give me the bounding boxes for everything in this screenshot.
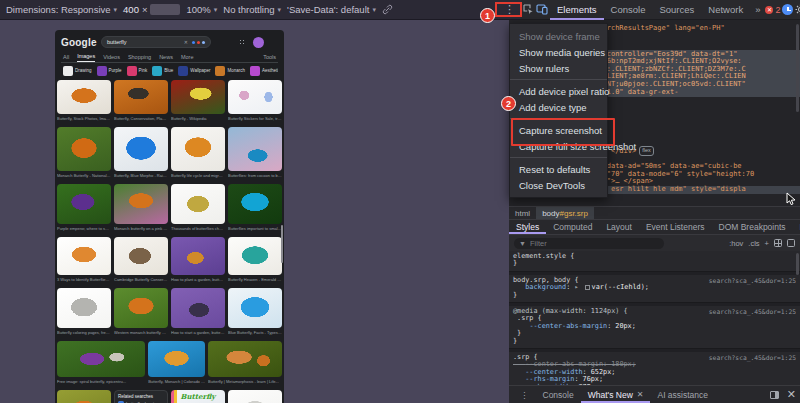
menu-item-capture-full-size-screenshot[interactable]: Capture full size screenshot: [510, 138, 607, 154]
nav-videos[interactable]: Videos: [103, 54, 120, 62]
rendering-icon[interactable]: [787, 239, 795, 247]
tab-console[interactable]: Console: [604, 0, 653, 20]
image-result[interactable]: How to start a garden, butterflies will.…: [171, 288, 225, 339]
image-result[interactable]: Monarch Butterfly - National Geographic: [57, 127, 111, 182]
nav-more[interactable]: More: [181, 54, 194, 62]
elements-scrollbar[interactable]: [796, 24, 799, 112]
image-thumbnail[interactable]: Butterfly: [171, 390, 225, 403]
close-tab-icon[interactable]: ✕: [637, 390, 644, 399]
image-result[interactable]: ButterflyHow to draw a butterfly really …: [171, 390, 225, 403]
tab-dom-breakpoints[interactable]: DOM Breakpoints: [712, 220, 793, 234]
image-result[interactable]: Cambridge Butterfly Conservatory: [114, 237, 168, 286]
image-thumbnail[interactable]: [114, 127, 168, 171]
filter-chip-wallpaper[interactable]: Wallpaper: [178, 66, 210, 76]
css-property[interactable]: --center-abs-margin: 20px;: [513, 323, 796, 330]
tab-styles[interactable]: Styles: [509, 220, 546, 234]
inspect-element-icon[interactable]: [523, 3, 534, 17]
image-thumbnail[interactable]: [171, 288, 225, 328]
image-thumbnail[interactable]: [114, 184, 168, 224]
css-property[interactable]: background: ▸ var(--cIehld);: [513, 284, 796, 291]
image-thumbnail[interactable]: [114, 80, 168, 114]
nav-images[interactable]: Images: [77, 53, 95, 62]
tab-computed[interactable]: Computed: [546, 220, 599, 234]
tab-layout[interactable]: Layout: [599, 220, 639, 234]
toggle-device-toolbar-icon[interactable]: [536, 3, 548, 17]
related-searches-card[interactable]: Related searchesbutterfly drawingcolorfu…: [114, 390, 168, 403]
drawer-menu-icon[interactable]: ⋮: [513, 386, 536, 403]
image-thumbnail[interactable]: [57, 288, 111, 328]
style-rule[interactable]: @media (max-width: 1124px) {search?sca_.…: [509, 306, 800, 349]
image-thumbnail[interactable]: [228, 288, 282, 328]
css-property[interactable]: --rhs-width: 372px;: [513, 384, 796, 385]
style-rule[interactable]: body.srp, body {search?sca_.45&dor=1:25 …: [509, 275, 800, 303]
styles-toolbar-hov[interactable]: :hov: [729, 239, 743, 248]
image-result[interactable]: Butterfly Heaven - Emerald butterfly: [228, 237, 282, 286]
image-thumbnail[interactable]: [228, 184, 282, 224]
style-rule[interactable]: .srp {search?sca_.45&dor=1:25 --center-a…: [509, 352, 800, 385]
drawer-tab-console[interactable]: Console: [536, 386, 581, 403]
styles-toolbar-[interactable]: +: [765, 239, 769, 248]
image-result[interactable]: How to Draw a Butterfly Step by St...: [228, 390, 282, 403]
apps-grid-icon[interactable]: [239, 39, 246, 46]
menu-item-show-media-queries[interactable]: Show media queries: [510, 44, 607, 60]
styles-filter-input[interactable]: [514, 238, 664, 249]
breadcrumb-html[interactable]: html: [509, 207, 536, 219]
image-result[interactable]: Butterfly, Stock Photos, Images and...: [57, 80, 111, 125]
image-result[interactable]: 3 Ways to Identify Butterflies - wikiHow: [57, 237, 111, 286]
drawer-tab-what-s-new[interactable]: What's New✕: [581, 386, 651, 403]
image-thumbnail[interactable]: [228, 127, 282, 171]
image-result[interactable]: Thousands of butterflies chart types: [171, 184, 225, 235]
image-result[interactable]: Butterfly, Blue Morpho - Rainforest Alli…: [114, 127, 168, 182]
search-icon[interactable]: [202, 41, 205, 44]
avatar[interactable]: [253, 37, 264, 48]
image-result[interactable]: Butterflies: from cocoon to beautiful fl…: [228, 127, 282, 182]
tab-event-listeners[interactable]: Event Listeners: [639, 220, 712, 234]
close-drawer-icon[interactable]: ✕: [787, 388, 796, 401]
expand-arrow-icon[interactable]: ▸: [574, 283, 582, 291]
tools-button[interactable]: Tools: [263, 54, 276, 60]
styles-pane[interactable]: element.style {}body.srp, body {search?s…: [509, 251, 800, 385]
image-thumbnail[interactable]: [57, 80, 111, 114]
settings-gear-icon[interactable]: [795, 3, 800, 17]
link-icon[interactable]: [382, 4, 393, 15]
image-thumbnail[interactable]: [228, 80, 282, 114]
throttling-select[interactable]: No throttling ▾: [223, 4, 281, 15]
menu-item-show-rulers[interactable]: Show rulers: [510, 60, 607, 76]
image-result[interactable]: Butterfly life cycle and migration: [171, 127, 225, 182]
image-result[interactable]: Butterfly Stickers for Sale, trendy and.…: [228, 80, 282, 125]
filter-chip-aesthetic[interactable]: Aesthetic: [250, 66, 278, 76]
image-thumbnail[interactable]: [57, 184, 111, 224]
image-thumbnail[interactable]: [171, 80, 225, 114]
image-thumbnail[interactable]: [57, 237, 111, 275]
image-thumbnail[interactable]: [148, 341, 205, 377]
whats-new-icon[interactable]: [782, 3, 793, 17]
image-result[interactable]: Free image: spiral butterfly, epicentru.…: [57, 341, 145, 388]
filter-chip-drawing[interactable]: Drawing: [63, 66, 92, 76]
filter-chip-monarch[interactable]: Monarch: [215, 66, 245, 76]
image-thumbnail[interactable]: [228, 237, 282, 275]
menu-item-capture-screenshot[interactable]: Capture screenshot: [510, 122, 607, 138]
image-thumbnail[interactable]: [171, 184, 225, 224]
image-thumbnail[interactable]: [171, 237, 225, 275]
clear-search-icon[interactable]: ✕: [184, 39, 188, 45]
tab-sources[interactable]: Sources: [652, 0, 701, 20]
menu-item-add-device-type[interactable]: Add device type: [510, 99, 607, 115]
search-input[interactable]: butterfly ✕: [101, 36, 211, 48]
lens-icon[interactable]: [197, 41, 200, 44]
image-result[interactable]: Butterflies important to small nature...: [228, 184, 282, 235]
source-link[interactable]: search?sca_.45&dor=1:25: [709, 354, 796, 361]
tab-elements[interactable]: Elements: [550, 0, 604, 20]
google-logo[interactable]: Google: [61, 37, 97, 48]
mic-icon[interactable]: [192, 41, 195, 44]
filter-chip-pink[interactable]: Pink: [127, 66, 148, 76]
more-tabs-button[interactable]: »: [752, 0, 763, 20]
image-thumbnail[interactable]: [114, 288, 168, 328]
image-result[interactable]: Purple emperor, where to see it and...: [57, 184, 111, 235]
styles-scrollbar[interactable]: [796, 253, 799, 275]
menu-item-reset-to-defaults[interactable]: Reset to defaults: [510, 161, 607, 177]
image-thumbnail[interactable]: [228, 390, 282, 403]
source-link[interactable]: search?sca_.45&dor=1:25: [709, 308, 796, 315]
dock-side-icon[interactable]: [770, 391, 779, 399]
menu-item-close-devtools[interactable]: Close DevTools: [510, 177, 607, 193]
style-rule[interactable]: element.style {}: [509, 251, 800, 272]
